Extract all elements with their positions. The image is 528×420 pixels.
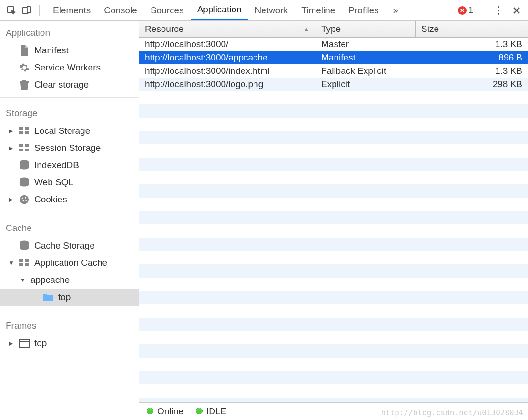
- devtools-topbar: ElementsConsoleSourcesApplicationNetwork…: [0, 0, 528, 21]
- table-row[interactable]: http://localhost:3000/Master1.3 KB: [139, 38, 528, 51]
- chevron-down-icon: ▼: [20, 277, 26, 283]
- svg-point-20: [23, 200, 24, 201]
- tab-sources[interactable]: Sources: [144, 0, 191, 20]
- chevron-right-icon: ▶: [9, 196, 14, 203]
- empty-row: [139, 171, 528, 184]
- svg-rect-14: [25, 149, 29, 151]
- divider: [39, 5, 40, 16]
- svg-rect-7: [19, 127, 23, 130]
- cookie-icon: [19, 194, 30, 205]
- tab-application[interactable]: Application: [191, 0, 248, 20]
- cell-type: Manifest: [315, 52, 416, 63]
- cell-type: Explicit: [315, 79, 416, 90]
- sidebar-item-service-workers[interactable]: ▶Service Workers: [0, 59, 139, 76]
- tab-timeline[interactable]: Timeline: [294, 0, 342, 20]
- empty-row: [139, 264, 528, 278]
- svg-rect-6: [20, 81, 29, 83]
- svg-rect-8: [25, 127, 29, 130]
- appcache-detail-panel: Resource ▲ Type Size http://localhost:30…: [139, 21, 528, 420]
- connection-status: Online: [147, 406, 183, 417]
- grid-icon: [19, 143, 30, 153]
- tab-elements[interactable]: Elements: [46, 0, 97, 20]
- sidebar-item-indexeddb[interactable]: ▶IndexedDB: [0, 157, 139, 174]
- cell-size: 1.3 KB: [416, 66, 528, 76]
- table-header: Resource ▲ Type Size: [139, 21, 528, 38]
- database-icon: [19, 177, 30, 188]
- svg-point-18: [22, 198, 23, 199]
- kebab-menu-icon[interactable]: [493, 5, 504, 16]
- table-row[interactable]: http://localhost:3000/logo.pngExplicit29…: [139, 78, 528, 91]
- sidebar-item-label: Local Storage: [34, 126, 90, 136]
- cache-status: IDLE: [196, 406, 226, 417]
- sidebar-item-cache-storage[interactable]: ▶Cache Storage: [0, 237, 139, 254]
- sidebar-item-label: top: [34, 338, 47, 349]
- empty-row: [139, 278, 528, 291]
- empty-row: [139, 371, 528, 384]
- sidebar-item-application-cache[interactable]: ▼Application Cache: [0, 254, 139, 271]
- gear-icon: [19, 62, 30, 73]
- sidebar-item-label: Clear storage: [34, 80, 89, 90]
- chevron-down-icon: ▼: [9, 260, 14, 266]
- sidebar-item-web-sql[interactable]: ▶Web SQL: [0, 174, 139, 191]
- device-toggle-icon[interactable]: [21, 5, 32, 16]
- close-icon[interactable]: [511, 5, 522, 16]
- tab-profiles[interactable]: Profiles: [342, 0, 385, 20]
- sidebar-item-session-storage[interactable]: ▶Session Storage: [0, 140, 139, 157]
- sidebar-item-label: appcache: [30, 275, 70, 285]
- svg-rect-26: [25, 263, 29, 266]
- error-count: 1: [468, 5, 473, 15]
- sidebar-group-frames: Frames: [0, 314, 139, 335]
- error-indicator[interactable]: ✕ 1: [458, 5, 473, 15]
- sidebar-item-manifest[interactable]: ▶Manifest: [0, 42, 139, 59]
- sidebar-item-top[interactable]: ▶top: [0, 289, 139, 306]
- svg-point-4: [498, 10, 499, 11]
- empty-row: [139, 118, 528, 131]
- empty-row: [139, 158, 528, 171]
- sort-ascending-icon: ▲: [304, 26, 309, 32]
- cell-size: 896 B: [416, 52, 528, 63]
- sidebar-item-local-storage[interactable]: ▶Local Storage: [0, 122, 139, 140]
- svg-point-3: [498, 6, 499, 8]
- grid-icon: [19, 258, 30, 268]
- empty-row: [139, 211, 528, 224]
- appcache-resource-table: http://localhost:3000/Master1.3 KBhttp:/…: [139, 38, 528, 402]
- devtools-tabs: ElementsConsoleSourcesApplicationNetwork…: [46, 0, 386, 20]
- inspect-icon[interactable]: [6, 5, 17, 16]
- sidebar-item-label: IndexedDB: [34, 160, 79, 170]
- empty-row: [139, 331, 528, 344]
- table-row[interactable]: http://localhost:3000/index.htmlFallback…: [139, 64, 528, 78]
- table-row[interactable]: http://localhost:3000/appcacheManifest89…: [139, 51, 528, 64]
- sidebar-item-label: Cookies: [34, 194, 67, 205]
- cell-size: 1.3 KB: [416, 39, 528, 50]
- empty-row: [139, 398, 528, 402]
- sidebar-item-label: Application Cache: [34, 258, 107, 268]
- database-icon: [19, 240, 30, 251]
- cell-type: Master: [315, 39, 416, 50]
- folder-icon: [43, 292, 53, 302]
- svg-point-21: [25, 200, 27, 201]
- svg-rect-11: [19, 144, 23, 147]
- file-icon: [19, 45, 30, 56]
- empty-row: [139, 198, 528, 211]
- sidebar-item-cookies[interactable]: ▶Cookies: [0, 191, 139, 208]
- watermark-text: http://blog.csdn.net/u013028034: [381, 408, 523, 417]
- cell-type: Fallback Explicit: [315, 66, 416, 76]
- sidebar-item-label: Cache Storage: [34, 240, 95, 251]
- sidebar-item-label: Service Workers: [34, 62, 101, 73]
- column-header-size[interactable]: Size: [416, 21, 528, 37]
- column-header-type[interactable]: Type: [315, 21, 416, 37]
- sidebar-item-top[interactable]: ▶top: [0, 335, 139, 352]
- empty-row: [139, 358, 528, 371]
- svg-rect-10: [25, 131, 29, 134]
- application-sidebar: Application▶Manifest▶Service Workers▶Cle…: [0, 21, 139, 420]
- sidebar-item-appcache[interactable]: ▼appcache: [0, 271, 139, 289]
- column-header-label: Resource: [145, 24, 183, 34]
- more-tabs-icon[interactable]: »: [389, 5, 402, 16]
- grid-icon: [19, 126, 30, 136]
- cell-size: 298 KB: [416, 79, 528, 90]
- tab-console[interactable]: Console: [97, 0, 144, 20]
- column-header-resource[interactable]: Resource ▲: [139, 21, 315, 37]
- sidebar-item-clear-storage[interactable]: ▶Clear storage: [0, 76, 139, 93]
- tab-network[interactable]: Network: [248, 0, 295, 20]
- sidebar-group-storage: Storage: [0, 101, 139, 122]
